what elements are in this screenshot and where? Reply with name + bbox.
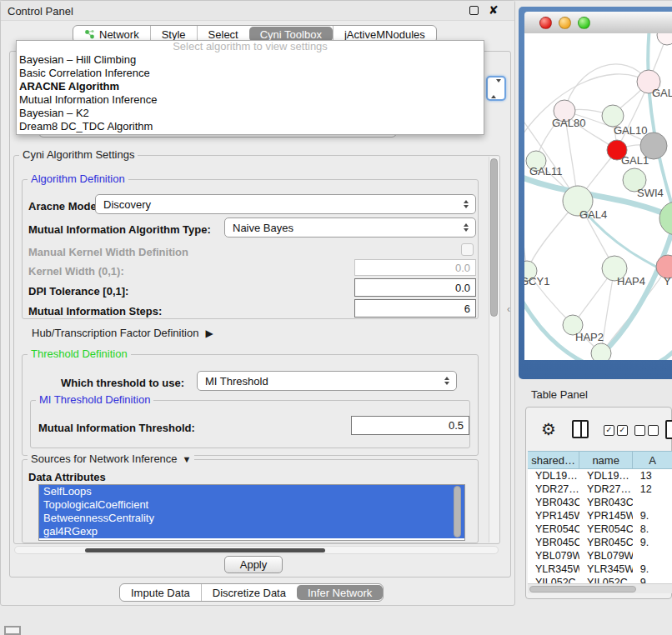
- network-canvas[interactable]: GALGAL80GAL10GAL1GAL11SWI4GAL4GCY1HAP4YH…: [524, 33, 672, 360]
- table-horizontal-scrollbar-thumb[interactable]: [529, 586, 636, 592]
- table-cell: 9.: [633, 562, 672, 576]
- kernel-width-label: Kernel Width (0,1):: [28, 265, 124, 278]
- attribute-item[interactable]: BetweennessCentrality: [39, 512, 464, 525]
- network-edge[interactable]: [564, 64, 649, 111]
- network-node[interactable]: [591, 343, 611, 360]
- cyni-settings-legend: Cyni Algorithm Settings: [19, 148, 138, 161]
- chevron-right-icon: ▶: [205, 328, 213, 339]
- column-header[interactable]: name: [579, 451, 633, 469]
- settings-horizontal-scrollbar-thumb[interactable]: [85, 548, 325, 552]
- settings-vertical-scrollbar[interactable]: [489, 157, 499, 542]
- table-cell: YER054C: [579, 522, 633, 536]
- table-cell: YLR345W: [579, 562, 633, 576]
- data-attributes-list[interactable]: SelfLoopsTopologicalCoefficientBetweenne…: [38, 484, 465, 541]
- select-all-icon[interactable]: ✓ ✓: [604, 425, 628, 436]
- table-row[interactable]: YLR345WYLR345W9.: [528, 562, 672, 576]
- network-window-titlebar[interactable]: [524, 12, 672, 33]
- network-node[interactable]: [657, 33, 672, 45]
- algorithm-combo-fragment[interactable]: [486, 76, 506, 101]
- tab-infer-network[interactable]: Infer Network: [297, 585, 383, 600]
- table-cell: [633, 496, 672, 509]
- attribute-item[interactable]: TopologicalCoefficient: [39, 498, 464, 512]
- gear-icon[interactable]: ⚙: [541, 421, 556, 438]
- deselect-all-icon[interactable]: [634, 425, 659, 436]
- combo-arrows-icon: [464, 200, 469, 208]
- algorithm-option[interactable]: ARACNE Algorithm: [17, 80, 484, 93]
- table-cell: YPR145W: [579, 509, 633, 522]
- manual-kernel-width-label: Manual Kernel Width Definition: [28, 246, 188, 258]
- dpi-tolerance-field[interactable]: 0.0: [354, 278, 476, 297]
- table-cell: YBR043C: [528, 496, 579, 509]
- manual-kernel-width-checkbox[interactable]: [461, 243, 474, 256]
- hub-definition-toggle[interactable]: Hub/Transcription Factor Definition ▶: [32, 327, 213, 339]
- table-row[interactable]: YER054CYER054C8.: [528, 522, 672, 536]
- hub-definition-label: Hub/Transcription Factor Definition: [32, 327, 198, 339]
- attributes-scrollbar-thumb[interactable]: [454, 486, 461, 538]
- mi-threshold-label: Mutual Information Threshold:: [38, 422, 195, 434]
- table-cell: 9.: [633, 536, 672, 549]
- apply-button[interactable]: Apply: [224, 556, 283, 573]
- network-node[interactable]: [659, 202, 672, 235]
- column-header[interactable]: shared…: [528, 451, 579, 469]
- network-graph[interactable]: GALGAL80GAL10GAL1GAL11SWI4GAL4GCY1HAP4YH…: [524, 33, 672, 360]
- tab-discretize-data[interactable]: Discretize Data: [201, 584, 297, 601]
- split-columns-icon[interactable]: [572, 420, 589, 438]
- table-cell: 8.: [633, 522, 672, 536]
- table-row[interactable]: YDR27…YDR27…12: [528, 482, 672, 496]
- network-node-label: GAL: [652, 87, 672, 99]
- settings-vertical-scrollbar-thumb[interactable]: [490, 158, 498, 317]
- table-horizontal-scrollbar[interactable]: [528, 583, 672, 593]
- mi-steps-value: 6: [464, 302, 470, 315]
- mi-algorithm-type-label: Mutual Information Algorithm Type:: [28, 223, 211, 236]
- file-icon[interactable]: [665, 420, 672, 439]
- float-window-icon[interactable]: [469, 6, 479, 15]
- sources-legend-wrap[interactable]: Sources for Network Inference ▼: [28, 452, 194, 465]
- table-row[interactable]: YBR045CYBR045C9.: [528, 536, 672, 549]
- algorithm-option[interactable]: Bayesian – K2: [17, 107, 484, 120]
- unchecked-box-icon: [648, 425, 659, 436]
- docked-panel-icon[interactable]: [4, 626, 21, 635]
- table-row[interactable]: YPR145WYPR145W9.: [528, 509, 672, 522]
- aracne-mode-combo[interactable]: Discovery: [95, 194, 476, 214]
- attribute-item[interactable]: SelfLoops: [39, 485, 464, 498]
- table-row[interactable]: YDL19…YDL19…13: [528, 469, 672, 482]
- table-cell: 12: [633, 482, 672, 496]
- mi-algorithm-type-combo[interactable]: Naive Bayes: [224, 218, 476, 238]
- tab-select-label: Select: [208, 28, 238, 41]
- application-root: Control Panel ✘ Network Style Select Cyn…: [0, 0, 672, 635]
- network-window[interactable]: GALGAL80GAL10GAL1GAL11SWI4GAL4GCY1HAP4YH…: [519, 7, 672, 379]
- control-panel-titlebar: [1, 1, 514, 21]
- tab-infer-network-label: Infer Network: [308, 587, 372, 599]
- panel-splitter-handle[interactable]: ‹: [507, 303, 510, 315]
- close-traffic-light-icon[interactable]: [539, 17, 552, 29]
- table-cell: YLR345W: [528, 562, 579, 576]
- algorithm-option[interactable]: Basic Correlation Inference: [17, 67, 484, 80]
- close-icon[interactable]: ✘: [489, 5, 499, 15]
- table-panel: ⚙ ✓ ✓ shared…nameA YDL19…YDL19…13YDR27…Y…: [525, 407, 672, 599]
- algorithm-option[interactable]: Dream8 DC_TDC Algorithm: [17, 120, 484, 133]
- table-cell: YER054C: [528, 522, 579, 536]
- control-panel: Control Panel ✘ Network Style Select Cyn…: [0, 0, 515, 606]
- zoom-traffic-light-icon[interactable]: [578, 17, 590, 29]
- table-cell: YBR043C: [579, 496, 633, 509]
- column-header[interactable]: A: [633, 451, 672, 469]
- control-panel-title: Control Panel: [8, 5, 73, 18]
- node-table[interactable]: shared…nameA YDL19…YDL19…13YDR27…YDR27…1…: [528, 451, 672, 589]
- settings-horizontal-scrollbar[interactable]: [14, 546, 499, 554]
- mi-steps-field[interactable]: 6: [354, 299, 476, 318]
- table-row[interactable]: YBL079WYBL079W: [528, 549, 672, 562]
- table-row[interactable]: YBR043CYBR043C: [528, 496, 672, 509]
- algorithm-option[interactable]: Bayesian – Hill Climbing: [17, 53, 484, 67]
- minimize-traffic-light-icon[interactable]: [559, 17, 571, 29]
- data-attributes-label: Data Attributes: [28, 471, 106, 483]
- kernel-width-field[interactable]: 0.0: [354, 259, 476, 276]
- network-edge[interactable]: [524, 198, 527, 271]
- tab-network-label: Network: [99, 28, 139, 41]
- which-threshold-combo[interactable]: MI Threshold: [197, 371, 457, 391]
- mi-threshold-field[interactable]: 0.5: [351, 416, 469, 435]
- attribute-item[interactable]: gal4RGexp: [39, 525, 464, 538]
- algorithm-option[interactable]: Mutual Information Inference: [17, 93, 484, 107]
- table-cell: YBR045C: [528, 536, 579, 549]
- tab-impute-data[interactable]: Impute Data: [120, 584, 201, 601]
- table-cell: YDR27…: [579, 482, 633, 496]
